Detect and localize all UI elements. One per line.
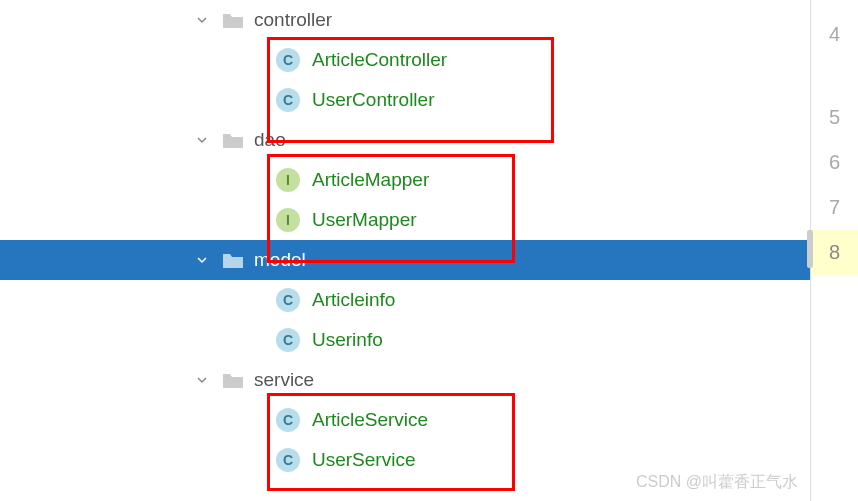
class-icon: C — [276, 288, 300, 312]
tree-folder-controller[interactable]: controller — [0, 0, 810, 40]
folder-icon — [222, 11, 244, 29]
line-number-active: 8 — [811, 230, 858, 275]
tree-item-articlecontroller[interactable]: C ArticleController — [0, 40, 810, 80]
class-label: UserController — [312, 89, 434, 111]
class-icon: C — [276, 448, 300, 472]
folder-icon — [222, 251, 244, 269]
watermark: CSDN @叫藿香正气水 — [636, 472, 798, 493]
class-label: Articleinfo — [312, 289, 395, 311]
tree-item-articleservice[interactable]: C ArticleService — [0, 400, 810, 440]
line-number: 6 — [811, 140, 858, 185]
folder-label: controller — [254, 9, 332, 31]
interface-icon: I — [276, 208, 300, 232]
folder-icon — [222, 371, 244, 389]
class-label: ArticleController — [312, 49, 447, 71]
tree-item-articlemapper[interactable]: I ArticleMapper — [0, 160, 810, 200]
project-tree: controller C ArticleController C UserCon… — [0, 0, 810, 501]
tree-folder-service[interactable]: service — [0, 360, 810, 400]
class-label: UserService — [312, 449, 415, 471]
chevron-down-icon — [194, 252, 210, 268]
class-label: Userinfo — [312, 329, 383, 351]
class-label: ArticleMapper — [312, 169, 429, 191]
folder-label: dao — [254, 129, 286, 151]
class-icon: C — [276, 408, 300, 432]
line-number: 7 — [811, 185, 858, 230]
scrollbar-indicator[interactable] — [807, 230, 813, 268]
class-icon: C — [276, 88, 300, 112]
chevron-down-icon — [194, 12, 210, 28]
chevron-down-icon — [194, 132, 210, 148]
folder-icon — [222, 131, 244, 149]
line-number: 5 — [811, 95, 858, 140]
class-icon: C — [276, 328, 300, 352]
tree-item-articleinfo[interactable]: C Articleinfo — [0, 280, 810, 320]
chevron-down-icon — [194, 372, 210, 388]
tree-item-userinfo[interactable]: C Userinfo — [0, 320, 810, 360]
interface-icon: I — [276, 168, 300, 192]
tree-folder-model[interactable]: model — [0, 240, 810, 280]
class-label: UserMapper — [312, 209, 417, 231]
class-label: ArticleService — [312, 409, 428, 431]
line-number: 4 — [811, 12, 858, 57]
folder-label: service — [254, 369, 314, 391]
class-icon: C — [276, 48, 300, 72]
tree-item-usermapper[interactable]: I UserMapper — [0, 200, 810, 240]
folder-label: model — [254, 249, 306, 271]
tree-folder-dao[interactable]: dao — [0, 120, 810, 160]
editor-gutter: 4 5 6 7 8 — [810, 0, 858, 501]
tree-item-usercontroller[interactable]: C UserController — [0, 80, 810, 120]
